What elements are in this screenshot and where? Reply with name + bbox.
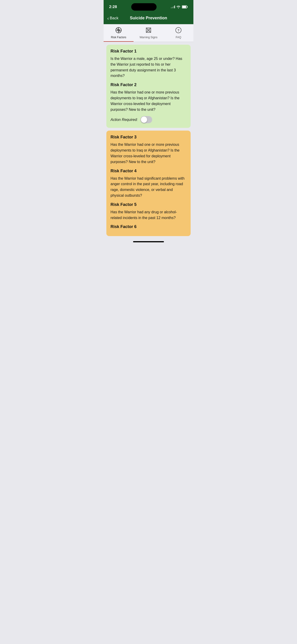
- action-required-row: Action Required:: [110, 116, 186, 123]
- svg-rect-2: [182, 6, 186, 8]
- action-required-label: Action Required:: [110, 118, 138, 122]
- risk-factor-4-text: Has the Warrior had significant problems…: [110, 176, 186, 198]
- risk-factor-3-title: Risk Factor 3: [110, 135, 186, 140]
- risk-factor-5-text: Has the Warrior had any drug or alcohol-…: [110, 209, 186, 221]
- risk-factor-5-section: Risk Factor 5 Has the Warrior had any dr…: [110, 202, 186, 221]
- risk-factor-1-section: Risk Factor 1 Is the Warrior a male, age…: [110, 49, 186, 79]
- tab-bar: Risk Factors Warning Signs ? FAQ: [104, 24, 194, 42]
- risk-factors-icon: [115, 27, 122, 35]
- wifi-icon: [176, 5, 180, 8]
- svg-rect-1: [187, 6, 188, 8]
- risk-factor-2-title: Risk Factor 2: [110, 82, 186, 87]
- back-button[interactable]: ‹ Back: [107, 16, 118, 20]
- tab-warning-signs-label: Warning Signs: [140, 36, 158, 39]
- back-label: Back: [110, 16, 118, 20]
- tab-warning-signs[interactable]: Warning Signs: [134, 24, 164, 42]
- risk-factor-3-section: Risk Factor 3 Has the Warrior had one or…: [110, 135, 186, 165]
- risk-factor-6-section: Risk Factor 6: [110, 224, 186, 229]
- tab-risk-factors[interactable]: Risk Factors: [104, 24, 134, 42]
- risk-factor-1-title: Risk Factor 1: [110, 49, 186, 54]
- tab-risk-factors-label: Risk Factors: [111, 36, 126, 39]
- risk-factor-3-text: Has the Warrior had one or more previous…: [110, 142, 186, 165]
- home-indicator: [104, 239, 194, 244]
- action-required-toggle[interactable]: [140, 116, 152, 123]
- risk-factor-6-title: Risk Factor 6: [110, 224, 186, 229]
- nav-bar: ‹ Back Suicide Prevention: [104, 13, 194, 24]
- warning-signs-icon: [145, 27, 152, 35]
- toggle-knob: [141, 116, 147, 123]
- status-icons: [171, 5, 188, 8]
- svg-text:?: ?: [178, 28, 180, 32]
- status-bar: 2:28: [104, 0, 194, 13]
- signal-icon: [171, 6, 175, 8]
- risk-factor-5-title: Risk Factor 5: [110, 202, 186, 207]
- home-bar: [133, 241, 164, 242]
- green-card: Risk Factor 1 Is the Warrior a male, age…: [106, 45, 191, 128]
- dynamic-island: [131, 3, 156, 10]
- nav-title: Suicide Prevention: [130, 16, 167, 20]
- risk-factor-1-text: Is the Warrior a male, age 25 or under? …: [110, 56, 186, 79]
- orange-card: Risk Factor 3 Has the Warrior had one or…: [106, 130, 191, 236]
- tab-faq-label: FAQ: [176, 36, 181, 39]
- back-arrow-icon: ‹: [107, 16, 109, 20]
- faq-icon: ?: [175, 27, 182, 35]
- risk-factor-4-section: Risk Factor 4 Has the Warrior had signif…: [110, 168, 186, 198]
- tab-faq[interactable]: ? FAQ: [164, 24, 194, 42]
- risk-factor-2-section: Risk Factor 2 Has the Warrior had one or…: [110, 82, 186, 112]
- risk-factor-2-text: Has the Warrior had one or more previous…: [110, 90, 186, 112]
- content-area: Risk Factor 1 Is the Warrior a male, age…: [104, 42, 194, 239]
- battery-icon: [182, 5, 188, 8]
- status-time: 2:28: [109, 4, 117, 9]
- risk-factor-4-title: Risk Factor 4: [110, 168, 186, 174]
